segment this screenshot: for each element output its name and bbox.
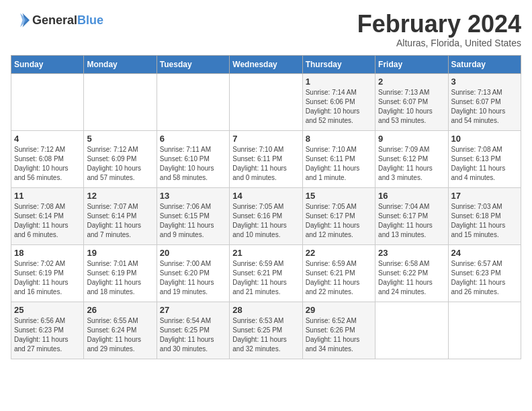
- logo: GeneralBlue: [11, 11, 103, 30]
- page-title: February 2024: [357, 11, 521, 38]
- day-number: 4: [14, 134, 81, 144]
- calendar-cell: 1Sunrise: 7:14 AM Sunset: 6:06 PM Daylig…: [302, 73, 375, 130]
- day-info: Sunrise: 7:11 AM Sunset: 6:10 PM Dayligh…: [160, 145, 226, 183]
- day-info: Sunrise: 7:12 AM Sunset: 6:08 PM Dayligh…: [14, 145, 81, 183]
- calendar-cell: 26Sunrise: 6:55 AM Sunset: 6:24 PM Dayli…: [84, 302, 157, 359]
- day-number: 27: [160, 305, 226, 315]
- day-number: 11: [14, 191, 81, 201]
- day-info: Sunrise: 7:14 AM Sunset: 6:06 PM Dayligh…: [306, 88, 372, 126]
- calendar-cell: 28Sunrise: 6:53 AM Sunset: 6:25 PM Dayli…: [230, 302, 302, 359]
- calendar-table: SundayMondayTuesdayWednesdayThursdayFrid…: [11, 55, 521, 359]
- day-info: Sunrise: 6:56 AM Sunset: 6:23 PM Dayligh…: [14, 316, 81, 354]
- calendar-cell: 11Sunrise: 7:08 AM Sunset: 6:14 PM Dayli…: [11, 187, 84, 244]
- day-number: 26: [87, 305, 153, 315]
- day-info: Sunrise: 7:13 AM Sunset: 6:07 PM Dayligh…: [451, 88, 518, 126]
- calendar-cell: 10Sunrise: 7:08 AM Sunset: 6:13 PM Dayli…: [448, 130, 521, 187]
- calendar-cell: [157, 73, 229, 130]
- calendar-cell: 19Sunrise: 7:01 AM Sunset: 6:19 PM Dayli…: [84, 244, 157, 302]
- weekday-header-tuesday: Tuesday: [157, 55, 229, 73]
- day-info: Sunrise: 7:10 AM Sunset: 6:11 PM Dayligh…: [232, 145, 299, 183]
- day-info: Sunrise: 7:00 AM Sunset: 6:20 PM Dayligh…: [160, 259, 226, 297]
- day-info: Sunrise: 6:54 AM Sunset: 6:25 PM Dayligh…: [160, 316, 226, 354]
- calendar-cell: 25Sunrise: 6:56 AM Sunset: 6:23 PM Dayli…: [11, 302, 84, 359]
- week-row-1: 4Sunrise: 7:12 AM Sunset: 6:08 PM Daylig…: [11, 130, 521, 187]
- day-info: Sunrise: 6:59 AM Sunset: 6:21 PM Dayligh…: [232, 259, 299, 297]
- weekday-header-sunday: Sunday: [11, 55, 84, 73]
- day-number: 7: [232, 134, 299, 144]
- week-row-4: 25Sunrise: 6:56 AM Sunset: 6:23 PM Dayli…: [11, 302, 521, 359]
- calendar-cell: 5Sunrise: 7:12 AM Sunset: 6:09 PM Daylig…: [84, 130, 157, 187]
- day-info: Sunrise: 7:09 AM Sunset: 6:12 PM Dayligh…: [378, 145, 445, 183]
- day-info: Sunrise: 6:59 AM Sunset: 6:21 PM Dayligh…: [306, 259, 372, 297]
- calendar-cell: 21Sunrise: 6:59 AM Sunset: 6:21 PM Dayli…: [230, 244, 302, 302]
- day-info: Sunrise: 6:57 AM Sunset: 6:23 PM Dayligh…: [451, 259, 518, 297]
- day-info: Sunrise: 7:05 AM Sunset: 6:17 PM Dayligh…: [306, 202, 372, 240]
- weekday-header-thursday: Thursday: [302, 55, 375, 73]
- calendar-cell: 2Sunrise: 7:13 AM Sunset: 6:07 PM Daylig…: [375, 73, 448, 130]
- calendar-cell: 6Sunrise: 7:11 AM Sunset: 6:10 PM Daylig…: [157, 130, 229, 187]
- calendar-cell: 22Sunrise: 6:59 AM Sunset: 6:21 PM Dayli…: [302, 244, 375, 302]
- week-row-2: 11Sunrise: 7:08 AM Sunset: 6:14 PM Dayli…: [11, 187, 521, 244]
- calendar-cell: 14Sunrise: 7:05 AM Sunset: 6:16 PM Dayli…: [230, 187, 302, 244]
- calendar-header: SundayMondayTuesdayWednesdayThursdayFrid…: [11, 55, 521, 73]
- day-number: 19: [87, 248, 153, 258]
- calendar-cell: [84, 73, 157, 130]
- day-info: Sunrise: 7:07 AM Sunset: 6:14 PM Dayligh…: [87, 202, 153, 240]
- calendar-cell: [448, 302, 521, 359]
- calendar-cell: 20Sunrise: 7:00 AM Sunset: 6:20 PM Dayli…: [157, 244, 229, 302]
- calendar-cell: 3Sunrise: 7:13 AM Sunset: 6:07 PM Daylig…: [448, 73, 521, 130]
- page-header: GeneralBlue February 2024 Alturas, Flori…: [11, 11, 521, 48]
- calendar-cell: 15Sunrise: 7:05 AM Sunset: 6:17 PM Dayli…: [302, 187, 375, 244]
- calendar-cell: 7Sunrise: 7:10 AM Sunset: 6:11 PM Daylig…: [230, 130, 302, 187]
- calendar-cell: 13Sunrise: 7:06 AM Sunset: 6:15 PM Dayli…: [157, 187, 229, 244]
- day-number: 10: [451, 134, 518, 144]
- weekday-row: SundayMondayTuesdayWednesdayThursdayFrid…: [11, 55, 521, 73]
- day-number: 22: [306, 248, 372, 258]
- day-number: 12: [87, 191, 153, 201]
- week-row-0: 1Sunrise: 7:14 AM Sunset: 6:06 PM Daylig…: [11, 73, 521, 130]
- day-number: 23: [378, 248, 445, 258]
- day-number: 1: [306, 77, 372, 87]
- day-number: 18: [14, 248, 81, 258]
- logo-general: General: [32, 13, 77, 27]
- calendar-cell: [11, 73, 84, 130]
- day-info: Sunrise: 6:55 AM Sunset: 6:24 PM Dayligh…: [87, 316, 153, 354]
- day-info: Sunrise: 7:12 AM Sunset: 6:09 PM Dayligh…: [87, 145, 153, 183]
- day-number: 8: [306, 134, 372, 144]
- day-number: 6: [160, 134, 226, 144]
- calendar-cell: 16Sunrise: 7:04 AM Sunset: 6:17 PM Dayli…: [375, 187, 448, 244]
- calendar-cell: 12Sunrise: 7:07 AM Sunset: 6:14 PM Dayli…: [84, 187, 157, 244]
- day-info: Sunrise: 6:52 AM Sunset: 6:26 PM Dayligh…: [306, 316, 372, 354]
- day-number: 15: [306, 191, 372, 201]
- calendar-cell: [230, 73, 302, 130]
- day-number: 5: [87, 134, 153, 144]
- day-number: 16: [378, 191, 445, 201]
- page-subtitle: Alturas, Florida, United States: [357, 38, 521, 48]
- day-number: 24: [451, 248, 518, 258]
- weekday-header-monday: Monday: [84, 55, 157, 73]
- calendar-cell: 17Sunrise: 7:03 AM Sunset: 6:18 PM Dayli…: [448, 187, 521, 244]
- calendar-cell: 23Sunrise: 6:58 AM Sunset: 6:22 PM Dayli…: [375, 244, 448, 302]
- day-info: Sunrise: 7:03 AM Sunset: 6:18 PM Dayligh…: [451, 202, 518, 240]
- calendar-cell: 29Sunrise: 6:52 AM Sunset: 6:26 PM Dayli…: [302, 302, 375, 359]
- day-number: 25: [14, 305, 81, 315]
- weekday-header-wednesday: Wednesday: [230, 55, 302, 73]
- day-info: Sunrise: 7:01 AM Sunset: 6:19 PM Dayligh…: [87, 259, 153, 297]
- calendar-cell: 4Sunrise: 7:12 AM Sunset: 6:08 PM Daylig…: [11, 130, 84, 187]
- day-number: 9: [378, 134, 445, 144]
- day-number: 14: [232, 191, 299, 201]
- day-info: Sunrise: 7:05 AM Sunset: 6:16 PM Dayligh…: [232, 202, 299, 240]
- day-info: Sunrise: 6:53 AM Sunset: 6:25 PM Dayligh…: [232, 316, 299, 354]
- day-number: 2: [378, 77, 445, 87]
- day-info: Sunrise: 6:58 AM Sunset: 6:22 PM Dayligh…: [378, 259, 445, 297]
- day-number: 17: [451, 191, 518, 201]
- calendar-cell: 18Sunrise: 7:02 AM Sunset: 6:19 PM Dayli…: [11, 244, 84, 302]
- logo-icon: [11, 11, 30, 30]
- day-info: Sunrise: 7:10 AM Sunset: 6:11 PM Dayligh…: [306, 145, 372, 183]
- day-info: Sunrise: 7:13 AM Sunset: 6:07 PM Dayligh…: [378, 88, 445, 126]
- day-number: 29: [306, 305, 372, 315]
- calendar-cell: 27Sunrise: 6:54 AM Sunset: 6:25 PM Dayli…: [157, 302, 229, 359]
- calendar-cell: 24Sunrise: 6:57 AM Sunset: 6:23 PM Dayli…: [448, 244, 521, 302]
- weekday-header-saturday: Saturday: [448, 55, 521, 73]
- day-info: Sunrise: 7:08 AM Sunset: 6:14 PM Dayligh…: [14, 202, 81, 240]
